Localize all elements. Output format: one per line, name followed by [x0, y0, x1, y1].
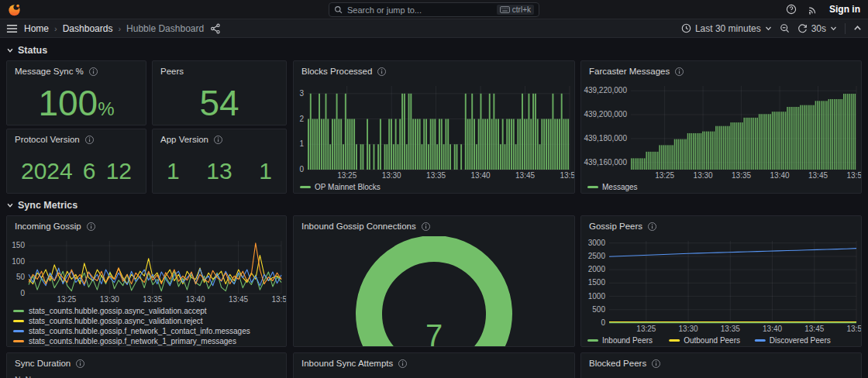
search-icon — [334, 5, 343, 14]
panel-inbound-gossip-connections: Inbound Gossip Connections 7 — [293, 215, 575, 347]
svg-text:50: 50 — [16, 273, 26, 281]
share-icon[interactable] — [210, 23, 221, 34]
breadcrumb-dashboards[interactable]: Dashboards — [63, 23, 113, 34]
svg-text:13:35: 13:35 — [721, 325, 740, 333]
panel-header[interactable]: Inbound Sync Attempts — [294, 353, 574, 373]
grafana-dashboard: { "topnav": { "search_placeholder": "Sea… — [0, 0, 868, 378]
clock-icon — [681, 23, 691, 33]
menu-hamburger-icon[interactable] — [6, 24, 18, 33]
panel-header[interactable]: Incoming Gossip — [7, 216, 286, 236]
app-patch: 1 — [259, 158, 272, 184]
info-icon[interactable] — [86, 222, 96, 232]
panel-header[interactable]: Protocol Version — [7, 129, 146, 149]
panel-title[interactable]: Gossip Peers — [589, 222, 642, 231]
info-icon[interactable] — [377, 67, 387, 77]
grafana-logo[interactable] — [8, 3, 21, 16]
info-icon[interactable] — [651, 359, 661, 369]
peers-value: 54 — [199, 85, 239, 121]
panel-app-version: App Version 1 13 1 — [152, 129, 287, 194]
panel-title[interactable]: Inbound Sync Attempts — [301, 359, 393, 368]
svg-text:13:45: 13:45 — [515, 171, 535, 180]
app-minor: 13 — [206, 158, 232, 184]
zoom-out-button[interactable] — [780, 23, 790, 33]
svg-text:Messages: Messages — [602, 183, 638, 191]
news-rss-icon[interactable] — [808, 4, 818, 15]
section-status[interactable]: Status — [6, 45, 47, 56]
panel-header[interactable]: Peers — [153, 61, 286, 81]
panel-title[interactable]: Message Sync % — [15, 67, 84, 76]
svg-text:13:40: 13:40 — [763, 325, 782, 333]
svg-text:1000: 1000 — [588, 292, 606, 301]
incoming-gossip-chart[interactable]: 05010015013:2513:3013:3513:4013:4513:50s… — [7, 236, 286, 346]
section-title: Status — [18, 45, 47, 56]
panel-title[interactable]: Peers — [160, 67, 184, 76]
panel-header[interactable]: Gossip Peers — [581, 216, 861, 236]
panel-title[interactable]: Incoming Gossip — [15, 222, 81, 231]
svg-text:13:30: 13:30 — [694, 171, 713, 180]
svg-text:13:45: 13:45 — [804, 325, 824, 333]
svg-text:stats_counts.hubble.gossip.asy: stats_counts.hubble.gossip.async_validat… — [29, 317, 203, 325]
svg-text:439,180,000: 439,180,000 — [584, 134, 627, 143]
svg-text:0: 0 — [601, 318, 605, 327]
svg-text:13:35: 13:35 — [732, 171, 751, 180]
info-icon[interactable] — [647, 222, 657, 232]
svg-text:13:40: 13:40 — [770, 171, 790, 180]
svg-text:1500: 1500 — [588, 278, 606, 287]
panel-header[interactable]: Sync Duration — [7, 353, 286, 373]
refresh-interval-label: 30s — [811, 23, 826, 34]
blocks-processed-chart[interactable]: 012313:2513:3013:3513:4013:4513:50OP Mai… — [294, 81, 574, 193]
gossip-peers-chart[interactable]: 05001000150020002500300013:2513:3013:351… — [581, 236, 861, 346]
svg-text:2000: 2000 — [588, 265, 606, 273]
panel-header[interactable]: Message Sync % — [7, 61, 146, 81]
panel-protocol-version: Protocol Version 2024 6 12 — [6, 129, 146, 194]
panel-title[interactable]: App Version — [160, 135, 208, 144]
section-sync-metrics[interactable]: Sync Metrics — [6, 200, 78, 211]
axis-label-nan: NaN — [15, 375, 31, 378]
breadcrumb-home[interactable]: Home — [24, 23, 49, 34]
panel-title[interactable]: Blocks Processed — [301, 67, 372, 76]
farcaster-messages-chart[interactable]: 439,160,000439,180,000439,200,000439,220… — [581, 81, 861, 193]
svg-text:13:45: 13:45 — [229, 295, 248, 304]
panel-title[interactable]: Protocol Version — [15, 135, 80, 144]
panel-inbound-sync-attempts: Inbound Sync Attempts — [293, 352, 575, 378]
info-icon[interactable] — [421, 222, 431, 232]
svg-text:13:25: 13:25 — [57, 295, 76, 304]
refresh-picker[interactable]: 30s — [797, 23, 837, 34]
sync-duration-axis: NaN — [7, 373, 286, 378]
info-icon[interactable] — [75, 359, 85, 369]
svg-text:13:30: 13:30 — [679, 325, 698, 333]
info-icon[interactable] — [88, 67, 98, 77]
stat-value: 100% — [7, 81, 146, 125]
search-placeholder: Search or jump to... — [347, 5, 492, 15]
panel-header[interactable]: App Version — [153, 129, 286, 149]
panel-header[interactable]: Farcaster Messages — [581, 61, 861, 81]
message-sync-unit: % — [98, 98, 114, 120]
panel-title[interactable]: Inbound Gossip Connections — [301, 222, 416, 231]
info-icon[interactable] — [398, 359, 408, 369]
panel-sync-duration: Sync Duration NaN — [6, 352, 287, 378]
collapse-chevron-up-button[interactable] — [853, 24, 862, 33]
panel-title[interactable]: Blocked Peers — [589, 359, 646, 368]
panel-header[interactable]: Blocks Processed — [294, 61, 574, 81]
svg-text:OP Mainnet Blocks: OP Mainnet Blocks — [315, 183, 381, 191]
breadcrumb-separator: › — [54, 24, 57, 33]
svg-text:Outbound Peers: Outbound Peers — [684, 336, 740, 345]
svg-text:Discovered Peers: Discovered Peers — [770, 336, 831, 345]
help-icon[interactable] — [786, 4, 797, 15]
panel-title[interactable]: Farcaster Messages — [589, 67, 670, 76]
search-input[interactable]: Search or jump to... ctrl+k — [329, 2, 539, 17]
svg-text:13:30: 13:30 — [100, 295, 119, 304]
time-range-label: Last 30 minutes — [695, 23, 761, 34]
info-icon[interactable] — [674, 67, 684, 77]
svg-text:3: 3 — [299, 89, 304, 98]
sign-in-button[interactable]: Sign in — [829, 4, 860, 15]
breadcrumb-separator: › — [118, 24, 121, 33]
info-icon[interactable] — [213, 135, 223, 145]
info-icon[interactable] — [84, 135, 95, 145]
inbound-gossip-gauge[interactable]: 7 — [294, 236, 574, 346]
chevron-down-icon — [6, 201, 14, 209]
panel-header[interactable]: Inbound Gossip Connections — [294, 216, 574, 236]
panel-title[interactable]: Sync Duration — [15, 359, 71, 368]
time-range-picker[interactable]: Last 30 minutes — [681, 23, 772, 34]
panel-header[interactable]: Blocked Peers — [581, 353, 861, 373]
